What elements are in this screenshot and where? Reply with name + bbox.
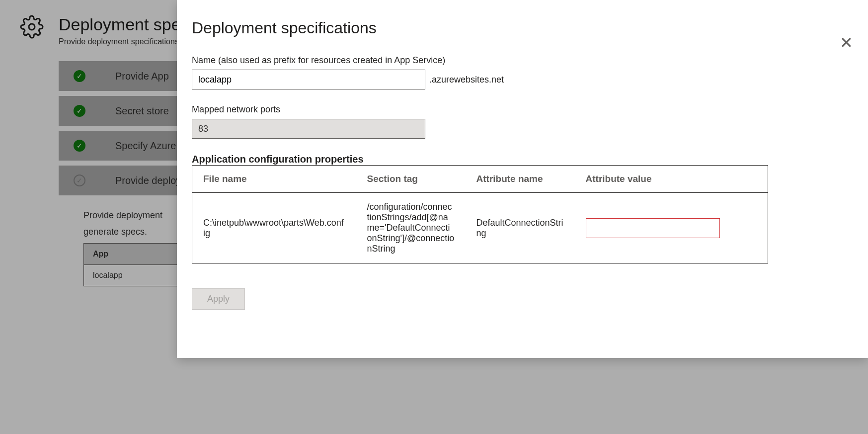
close-icon: ✕ xyxy=(840,34,853,52)
col-header-file: File name xyxy=(192,166,356,193)
apply-button-label: Apply xyxy=(207,294,230,304)
name-input[interactable] xyxy=(192,70,425,89)
apply-button[interactable]: Apply xyxy=(192,288,245,310)
domain-suffix: .azurewebsites.net xyxy=(429,75,504,85)
cell-attr-value xyxy=(575,193,768,263)
props-section-header: Application configuration properties xyxy=(192,154,853,165)
properties-table: File name Section tag Attribute name Att… xyxy=(192,165,768,263)
table-row: C:\inetpub\wwwroot\parts\Web.config /con… xyxy=(192,193,768,263)
cell-attr-name: DefaultConnectionString xyxy=(466,193,575,263)
name-field-label: Name (also used as prefix for resources … xyxy=(192,55,853,66)
modal-title: Deployment specifications xyxy=(192,19,853,37)
col-header-attr-name: Attribute name xyxy=(466,166,575,193)
ports-input xyxy=(192,119,425,139)
ports-field-label: Mapped network ports xyxy=(192,104,853,115)
cell-section-tag: /configuration/connectionStrings/add[@na… xyxy=(356,193,466,263)
col-header-attr-value: Attribute value xyxy=(575,166,768,193)
attr-value-input[interactable] xyxy=(586,218,720,238)
close-button[interactable]: ✕ xyxy=(840,35,853,51)
deployment-spec-modal: ✕ Deployment specifications Name (also u… xyxy=(177,0,868,358)
cell-file-name: C:\inetpub\wwwroot\parts\Web.config xyxy=(192,193,356,263)
col-header-section: Section tag xyxy=(356,166,466,193)
